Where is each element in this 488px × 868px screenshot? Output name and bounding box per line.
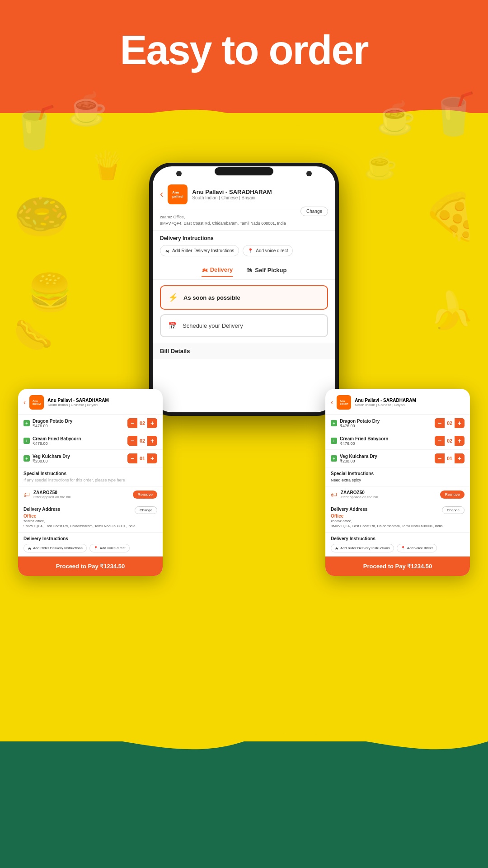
- deco-burger-left: 🍔: [27, 271, 72, 314]
- back-button[interactable]: ‹: [160, 189, 163, 200]
- address-line1: zaaroz Office,: [160, 215, 185, 219]
- right-remove-coupon-button[interactable]: Remove: [440, 491, 465, 499]
- left-restaurant-cuisine: South Indian | Chinese | Briyani: [47, 403, 109, 407]
- page-title: Easy to order: [0, 27, 488, 74]
- voice-icon: 📍: [248, 248, 253, 253]
- right-qty-plus-3[interactable]: +: [455, 453, 465, 463]
- left-back-icon[interactable]: ‹: [23, 398, 26, 406]
- deco-donut-left: 🍩: [14, 190, 70, 243]
- qty-minus-2[interactable]: −: [127, 436, 137, 446]
- right-coupon-info: ZAAROZ50 Offer applied on the bill: [341, 490, 436, 499]
- right-proceed-button[interactable]: Proceed to Pay ₹1234.50: [325, 557, 470, 576]
- qty-control-2: − 02 +: [127, 436, 157, 446]
- right-qty-num-2: 02: [445, 436, 455, 446]
- qty-control-3: − 01 +: [127, 453, 157, 463]
- phone-screen: ‹ Anupallavi Anu Pallavi - SARADHARAM So…: [153, 166, 335, 412]
- left-item-3: + Veg Kulchara Dry ₹238.00 − 01 +: [18, 450, 163, 467]
- qty-control-1: − 02 +: [127, 418, 157, 428]
- item-price-3: ₹238.00: [33, 459, 127, 463]
- lightning-icon: ⚡: [168, 292, 178, 302]
- right-qty-control-1: − 02 +: [435, 418, 465, 428]
- left-coupon-code: ZAAROZ50: [33, 490, 129, 495]
- qty-plus-1[interactable]: +: [147, 418, 157, 428]
- asap-option[interactable]: ⚡ As soon as possible: [160, 285, 328, 310]
- right-item-3: + Veg Kulchara Dry ₹238.00 − 01 +: [325, 450, 470, 467]
- pickup-icon: 🛍: [246, 267, 252, 274]
- item-price-2: ₹476.00: [33, 441, 127, 446]
- add-rider-instructions-button[interactable]: 🏍 Add Rider Delivery Instructions: [160, 245, 239, 256]
- right-qty-control-3: − 01 +: [435, 453, 465, 463]
- delivery-tabs: 🏍 Delivery 🛍 Self Pickup: [153, 261, 335, 280]
- right-coupon-desc: Offer applied on the bill: [341, 495, 436, 499]
- delivery-tab-label: Delivery: [210, 266, 233, 273]
- veg-icon-1: +: [23, 420, 30, 426]
- qty-plus-3[interactable]: +: [147, 453, 157, 463]
- left-restaurant-name: Anu Pallavi - SARADHARAM: [47, 398, 109, 403]
- calendar-icon: 📅: [168, 321, 177, 330]
- left-side-card: ‹ Anupallavi Anu Pallavi - SARADHARAM So…: [18, 389, 163, 576]
- left-item-1: + Dragon Potato Dry ₹476.00 − 02 +: [18, 415, 163, 432]
- tab-self-pickup[interactable]: 🛍 Self Pickup: [246, 266, 286, 277]
- left-card-logo: Anupallavi: [29, 395, 44, 410]
- qty-num-1: 02: [137, 418, 147, 428]
- qty-minus-3[interactable]: −: [127, 453, 137, 463]
- bill-details-section: Bill Details: [153, 343, 335, 359]
- right-address-type: Office: [331, 514, 465, 519]
- right-restaurant-name: Anu Pallavi - SARADHARAM: [355, 398, 416, 403]
- address-line2: 9MVV+QF4, East Coast Rd, Chidambaram, Ta…: [160, 221, 286, 226]
- item-name-1: Dragon Potato Dry: [33, 419, 127, 424]
- delivery-instructions-title: Delivery Instructions: [160, 235, 328, 241]
- right-qty-minus-1[interactable]: −: [435, 418, 445, 428]
- change-address-button[interactable]: Change: [300, 207, 328, 216]
- deco-hot-left: 🌭: [14, 316, 53, 354]
- item-name-2: Cream Fried Babycorn: [33, 436, 127, 441]
- right-veg-icon-2: +: [331, 438, 337, 444]
- right-add-rider-button[interactable]: 🏍 Add Rider Delivery Instructions: [331, 544, 394, 552]
- deco-pizza-right: 🍕: [422, 190, 479, 243]
- deco-banana-right: 🍌: [429, 289, 474, 332]
- left-special-instructions-label: Special Instructions: [23, 471, 157, 476]
- item-info-3: Veg Kulchara Dry ₹238.00: [33, 454, 127, 463]
- qty-plus-2[interactable]: +: [147, 436, 157, 446]
- tab-delivery[interactable]: 🏍 Delivery: [202, 266, 233, 277]
- qty-minus-1[interactable]: −: [127, 418, 137, 428]
- right-item-info-1: Dragon Potato Dry ₹476.00: [340, 419, 435, 428]
- left-item-2: + Cream Fried Babycorn ₹476.00 − 02 +: [18, 432, 163, 450]
- right-special-instructions-value: Need extra spicy: [331, 478, 465, 482]
- right-qty-minus-2[interactable]: −: [435, 436, 445, 446]
- right-qty-minus-3[interactable]: −: [435, 453, 445, 463]
- right-voice-button[interactable]: 📍 Add voice direct: [397, 544, 437, 552]
- left-proceed-button[interactable]: Proceed to Pay ₹1234.50: [18, 557, 163, 576]
- right-address-text: zaaroz office, 9MVV+QF4, East Coast Rd, …: [331, 519, 465, 528]
- right-card-rest-info: Anu Pallavi - SARADHARAM South Indian | …: [355, 398, 416, 407]
- schedule-option[interactable]: 📅 Schedule your Delivery: [160, 314, 328, 337]
- right-back-icon[interactable]: ‹: [331, 398, 333, 406]
- restaurant-info: Anu Pallavi - SARADHARAM South Indian | …: [192, 189, 272, 200]
- item-info-1: Dragon Potato Dry ₹476.00: [33, 419, 127, 428]
- veg-icon-3: +: [23, 455, 30, 462]
- asap-label: As soon as possible: [183, 294, 240, 301]
- left-remove-coupon-button[interactable]: Remove: [133, 491, 157, 499]
- left-change-address-button[interactable]: Change: [135, 506, 157, 514]
- right-delivery-instr: Delivery Instructions 🏍 Add Rider Delive…: [325, 533, 470, 557]
- instruction-buttons-group: 🏍 Add Rider Delivery Instructions 📍 Add …: [160, 245, 328, 256]
- right-qty-plus-2[interactable]: +: [455, 436, 465, 446]
- add-voice-button[interactable]: 📍 Add voice direct: [243, 245, 293, 256]
- left-voice-button[interactable]: 📍 Add voice direct: [89, 544, 130, 552]
- left-special-instructions: Special Instructions If any special inst…: [18, 467, 163, 486]
- right-card-logo: Anupallavi: [337, 395, 351, 410]
- delivery-address-section: Change zaaroz Office, 9MVV+QF4, East Coa…: [153, 209, 335, 231]
- delivery-tab-icon: 🏍: [202, 266, 207, 273]
- bill-details-title: Bill Details: [160, 348, 328, 354]
- left-voice-icon: 📍: [94, 546, 98, 550]
- left-delivery-instr: Delivery Instructions 🏍 Add Rider Delive…: [18, 533, 163, 557]
- item-price-1: ₹476.00: [33, 424, 127, 428]
- right-qty-num-3: 01: [445, 453, 455, 463]
- left-coupon-info: ZAAROZ50 Offer applied on the bill: [33, 490, 129, 499]
- qty-num-3: 01: [137, 453, 147, 463]
- veg-icon-2: +: [23, 438, 30, 444]
- left-add-rider-button[interactable]: 🏍 Add Rider Delivery Instructions: [23, 544, 87, 552]
- rider-icon: 🏍: [165, 248, 169, 253]
- right-change-address-button[interactable]: Change: [442, 506, 465, 514]
- right-qty-plus-1[interactable]: +: [455, 418, 465, 428]
